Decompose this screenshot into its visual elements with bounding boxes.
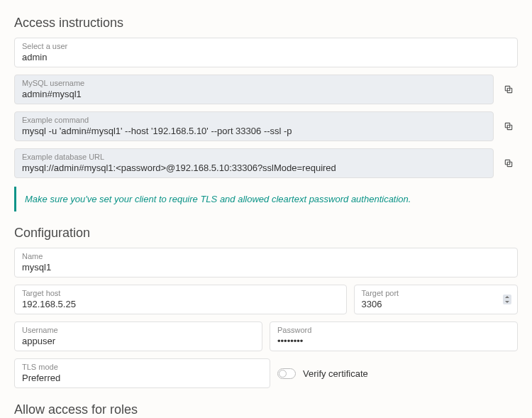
- select-user-label: Select a user: [22, 42, 510, 50]
- password-label: Password: [277, 326, 510, 334]
- configuration-heading: Configuration: [14, 226, 518, 241]
- access-heading: Access instructions: [14, 16, 518, 31]
- target-host-field[interactable]: Target host: [14, 285, 347, 314]
- password-input[interactable]: [277, 336, 510, 346]
- name-field[interactable]: Name: [14, 248, 518, 277]
- example-url-field: Example database URL mysql://admin#mysql…: [14, 148, 494, 178]
- mysql-username-field: MySQL username admin#mysql1: [14, 75, 494, 104]
- target-host-label: Target host: [22, 289, 339, 297]
- select-user-field[interactable]: Select a user admin: [14, 38, 518, 67]
- copy-mysql-username-button[interactable]: [499, 75, 518, 104]
- name-input[interactable]: [22, 262, 510, 273]
- target-port-label: Target port: [362, 289, 510, 297]
- mysql-username-value: admin#mysql1: [22, 89, 486, 99]
- name-label: Name: [22, 252, 510, 260]
- target-host-input[interactable]: [22, 299, 339, 309]
- verify-certificate-label: Verify certificate: [303, 368, 368, 379]
- copy-icon: [504, 84, 514, 94]
- target-port-input[interactable]: [362, 299, 510, 309]
- number-stepper[interactable]: [503, 295, 511, 304]
- roles-heading: Allow access for roles: [14, 402, 518, 417]
- example-command-label: Example command: [22, 116, 486, 124]
- username-label: Username: [22, 326, 255, 334]
- example-url-value: mysql://admin#mysql1:<password>@192.168.…: [22, 163, 486, 173]
- copy-icon: [504, 158, 514, 168]
- username-field[interactable]: Username: [14, 321, 262, 351]
- verify-certificate-toggle[interactable]: [277, 368, 296, 379]
- tls-mode-value: Preferred: [22, 373, 262, 383]
- select-user-value: admin: [22, 52, 510, 62]
- copy-icon: [504, 121, 514, 131]
- mysql-username-label: MySQL username: [22, 79, 486, 87]
- username-input[interactable]: [22, 336, 255, 346]
- example-command-value: mysql -u 'admin#mysql1' --host '192.168.…: [22, 126, 486, 136]
- example-command-field: Example command mysql -u 'admin#mysql1' …: [14, 111, 494, 141]
- tls-mode-label: TLS mode: [22, 363, 262, 371]
- copy-example-command-button[interactable]: [499, 111, 518, 141]
- example-url-label: Example database URL: [22, 153, 486, 161]
- tls-mode-field[interactable]: TLS mode Preferred: [14, 358, 270, 388]
- copy-example-url-button[interactable]: [499, 148, 518, 178]
- tls-callout: Make sure you've set your client to requ…: [14, 187, 518, 211]
- target-port-field[interactable]: Target port: [354, 285, 518, 314]
- password-field[interactable]: Password: [270, 321, 518, 351]
- verify-certificate-row: Verify certificate: [277, 358, 518, 388]
